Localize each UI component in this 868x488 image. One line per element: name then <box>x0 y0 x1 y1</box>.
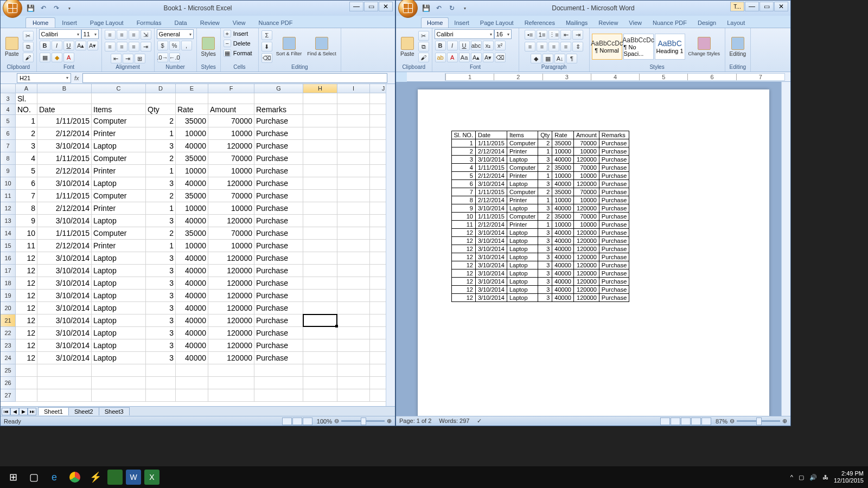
tab-review[interactable]: Review <box>194 18 226 28</box>
col-header-D[interactable]: D <box>146 84 176 93</box>
maximize-button[interactable]: ▭ <box>364 2 378 11</box>
style-nospacing[interactable]: AaBbCcDc¶ No Spaci... <box>623 34 654 60</box>
zoom-slider[interactable] <box>737 420 780 422</box>
row-header-5[interactable]: 5 <box>1 115 16 127</box>
office-button[interactable] <box>3 0 22 18</box>
table-cell[interactable]: Purchase <box>599 188 629 196</box>
cut-button[interactable]: ✂ <box>418 31 429 41</box>
cell-H12[interactable] <box>303 202 337 215</box>
cell-E25[interactable] <box>176 364 208 377</box>
row-header-15[interactable]: 15 <box>1 240 16 252</box>
tray-network-icon[interactable]: 🖧 <box>822 474 828 480</box>
currency-button[interactable]: $ <box>157 41 168 50</box>
cell-G7[interactable]: Purchase <box>254 140 303 152</box>
chrome-icon[interactable] <box>66 468 84 486</box>
multilevel-button[interactable]: ⋮≡ <box>548 30 559 40</box>
cell-A22[interactable]: 12 <box>16 327 37 339</box>
table-cell[interactable]: 3 <box>538 253 552 261</box>
table-cell[interactable]: 10000 <box>552 221 574 229</box>
bold-button[interactable]: B <box>435 41 446 50</box>
table-cell[interactable]: 12 <box>451 253 475 261</box>
tab-home[interactable]: Home <box>421 17 449 28</box>
cell-C19[interactable]: Laptop <box>92 290 146 302</box>
change-case-button[interactable]: Aa <box>459 53 470 62</box>
row-header-21[interactable]: 21 <box>1 314 16 327</box>
table-cell[interactable]: Purchase <box>599 156 629 164</box>
cell-I5[interactable] <box>337 115 370 127</box>
cell-G6[interactable]: Purchase <box>254 127 303 140</box>
cell-I7[interactable] <box>337 140 370 152</box>
cell-I4[interactable] <box>337 104 370 115</box>
cell-C3[interactable] <box>92 93 146 104</box>
cell-B4[interactable]: Date <box>37 104 92 115</box>
cell-D15[interactable]: 1 <box>146 240 176 252</box>
tab-nuance-pdf[interactable]: Nuance PDF <box>647 18 692 28</box>
cell-C20[interactable]: Laptop <box>92 302 146 314</box>
cell-E9[interactable]: 10000 <box>176 165 208 177</box>
table-cell[interactable]: Printer <box>507 147 538 156</box>
orientation[interactable]: ⇲ <box>141 30 151 40</box>
table-row[interactable]: 123/10/2014Laptop340000120000Purchase <box>451 261 629 269</box>
table-cell[interactable]: Purchase <box>599 213 629 221</box>
cell-I15[interactable] <box>337 240 370 252</box>
table-cell[interactable]: 6 <box>451 180 475 188</box>
cell-D12[interactable]: 1 <box>146 202 176 215</box>
sheet-tab-sheet2[interactable]: Sheet2 <box>68 407 99 415</box>
cell-F12[interactable]: 10000 <box>208 202 254 215</box>
font-size-combo[interactable]: 16▾ <box>494 29 512 39</box>
cell-A14[interactable]: 10 <box>16 227 37 240</box>
table-cell[interactable]: Laptop <box>507 294 538 302</box>
cell-H10[interactable] <box>303 177 337 190</box>
cell-D19[interactable]: 3 <box>146 290 176 302</box>
table-cell[interactable]: 3/10/2014 <box>475 156 507 164</box>
align-left[interactable]: ≡ <box>525 42 535 52</box>
table-row[interactable]: 71/11/2015Computer23500070000Purchase <box>451 188 629 196</box>
cell-F9[interactable]: 10000 <box>208 165 254 177</box>
wrap-text[interactable]: ⇥ <box>141 42 151 52</box>
excel-titlebar[interactable]: 💾 ↶ ↷ ▾ Book1 - Microsoft Excel — ▭ ✕ <box>1 1 395 16</box>
cell-B11[interactable]: 1/11/2015 <box>37 190 92 202</box>
cell-D17[interactable]: 3 <box>146 265 176 277</box>
table-row[interactable]: 123/10/2014Laptop340000120000Purchase <box>451 253 629 261</box>
cell-B3[interactable] <box>37 93 92 104</box>
cell-B17[interactable]: 3/10/2014 <box>37 265 92 277</box>
worksheet-area[interactable]: ABCDEFGHIJ3Sl.4NO.DateItemsQtyRateAmount… <box>1 84 395 406</box>
table-cell[interactable]: 120000 <box>573 237 599 245</box>
table-cell[interactable]: 70000 <box>573 188 599 196</box>
table-cell[interactable]: 1 <box>538 172 552 180</box>
table-cell[interactable]: Purchase <box>599 147 629 156</box>
cell-D18[interactable]: 3 <box>146 277 176 290</box>
cell-E4[interactable]: Rate <box>176 104 208 115</box>
format-painter-button[interactable]: 🖌 <box>23 53 34 62</box>
cell-A21[interactable]: 12 <box>16 314 37 327</box>
table-header[interactable]: Rate <box>552 131 574 139</box>
cell-E20[interactable]: 40000 <box>176 302 208 314</box>
show-marks-button[interactable]: ¶ <box>566 54 577 63</box>
table-cell[interactable]: Purchase <box>599 294 629 302</box>
cell-H23[interactable] <box>303 339 337 352</box>
table-cell[interactable]: Purchase <box>599 253 629 261</box>
document-area[interactable]: Sl. NO.DateItemsQtyRateAmountRemarks11/1… <box>396 82 790 416</box>
cell-I21[interactable] <box>337 314 370 327</box>
format-painter-button[interactable]: 🖌 <box>418 53 429 62</box>
cell-H19[interactable] <box>303 290 337 302</box>
cell-H18[interactable] <box>303 277 337 290</box>
style-normal[interactable]: AaBbCcDc¶ Normal <box>592 34 622 60</box>
table-row[interactable]: 123/10/2014Laptop340000120000Purchase <box>451 286 629 294</box>
cell-G20[interactable]: Purchase <box>254 302 303 314</box>
cell-F17[interactable]: 120000 <box>208 265 254 277</box>
cell-H17[interactable] <box>303 265 337 277</box>
align-mid[interactable]: ≡ <box>117 30 127 40</box>
cell-A26[interactable] <box>16 377 37 389</box>
status-proof-icon[interactable]: ✓ <box>477 418 482 425</box>
table-cell[interactable]: Laptop <box>507 245 538 253</box>
inc-decimal[interactable]: .0→ <box>157 53 168 62</box>
cell-F3[interactable] <box>208 93 254 104</box>
cell-A23[interactable]: 12 <box>16 339 37 352</box>
fill-button[interactable]: ⬇ <box>261 42 272 52</box>
cell-B6[interactable]: 2/12/2014 <box>37 127 92 140</box>
table-cell[interactable]: Purchase <box>599 269 629 278</box>
table-row[interactable]: 123/10/2014Laptop340000120000Purchase <box>451 278 629 286</box>
minimize-button[interactable]: — <box>349 2 363 11</box>
cell-B16[interactable]: 3/10/2014 <box>37 252 92 265</box>
